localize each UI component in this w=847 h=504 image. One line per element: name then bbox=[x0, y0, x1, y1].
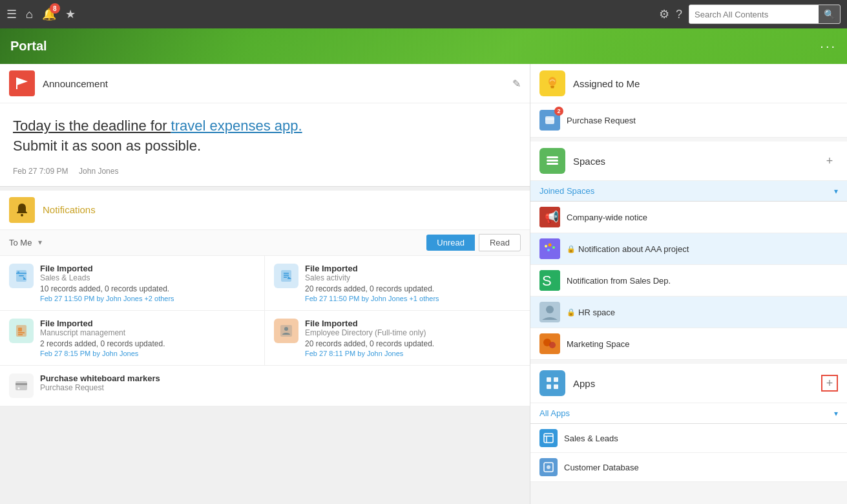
space-thumb-3 bbox=[539, 302, 560, 322]
apps-dropdown-chevron: ▾ bbox=[834, 409, 838, 418]
top-nav-right: ⚙ ? 🔍 bbox=[659, 5, 841, 24]
spaces-dropdown[interactable]: Joined Spaces ▾ bbox=[530, 181, 847, 202]
left-panel: Announcement ✎ Today is the deadline for… bbox=[0, 64, 530, 504]
app-icon-1 bbox=[539, 458, 558, 476]
svg-text:📢: 📢 bbox=[545, 210, 559, 224]
svg-point-28 bbox=[552, 246, 555, 249]
notif-title-3: File Imported bbox=[305, 319, 521, 328]
svg-point-2 bbox=[21, 214, 23, 216]
svg-rect-7 bbox=[281, 270, 291, 282]
notif-icon-2 bbox=[9, 319, 34, 343]
filter-to-me[interactable]: To Me bbox=[9, 238, 32, 247]
notifications-card: Notifications To Me ▾ Unread Read File I… bbox=[0, 191, 530, 406]
svg-rect-41 bbox=[544, 434, 553, 443]
spaces-dropdown-chevron: ▾ bbox=[834, 187, 838, 196]
portal-options[interactable]: ··· bbox=[820, 39, 837, 54]
purchase-request-row: 2 Purchase Request bbox=[530, 103, 847, 138]
assigned-to-me-header: Assigned to Me bbox=[530, 64, 847, 103]
space-item-3[interactable]: 🔒 HR space bbox=[530, 297, 847, 328]
svg-rect-18 bbox=[545, 116, 554, 124]
menu-icon[interactable]: ☰ bbox=[6, 7, 17, 21]
right-panel: Assigned to Me 2 Purchase Request Spaces bbox=[530, 64, 847, 504]
space-item-2[interactable]: S Notification from Sales Dep. bbox=[530, 265, 847, 297]
pr-label[interactable]: Purchase Request bbox=[567, 116, 636, 125]
notif-meta-3: Feb 27 8:11 PM by John Jones bbox=[305, 350, 521, 357]
apps-dropdown[interactable]: All Apps ▾ bbox=[530, 403, 847, 424]
svg-rect-12 bbox=[16, 381, 27, 390]
assigned-to-me-title: Assigned to Me bbox=[573, 78, 640, 89]
app-item-1[interactable]: Customer Database bbox=[530, 453, 847, 482]
notif-others-1: +1 others bbox=[409, 295, 439, 302]
apps-icon bbox=[539, 370, 565, 396]
svg-rect-22 bbox=[547, 163, 558, 165]
search-button[interactable]: 🔍 bbox=[819, 5, 840, 23]
lock-icon-3: 🔒 bbox=[567, 308, 576, 317]
apps-add-button[interactable]: + bbox=[821, 375, 838, 392]
notifications-filter-bar: To Me ▾ Unread Read bbox=[0, 230, 530, 256]
svg-point-15 bbox=[549, 77, 556, 86]
svg-text:S: S bbox=[542, 273, 552, 289]
svg-point-11 bbox=[284, 327, 288, 331]
svg-rect-17 bbox=[551, 87, 554, 89]
spaces-add-button[interactable]: + bbox=[821, 152, 838, 169]
notif-subtitle-2: Manuscript management bbox=[40, 328, 255, 337]
apps-header: Apps + bbox=[530, 364, 847, 403]
svg-rect-9 bbox=[18, 328, 22, 331]
notification-item-2: File Imported Manuscript management 2 re… bbox=[0, 311, 265, 366]
notif-title-1: File Imported bbox=[305, 264, 521, 273]
search-input[interactable] bbox=[689, 5, 819, 23]
apps-dropdown-label: All Apps bbox=[539, 408, 834, 418]
filter-chevron-icon: ▾ bbox=[38, 238, 42, 247]
space-item-1[interactable]: 🔒 Notification about AAA project bbox=[530, 233, 847, 265]
purchase-subtitle: Purchase Request bbox=[40, 383, 521, 392]
space-name-0: Company-wide notice bbox=[567, 213, 647, 222]
space-thumb-2: S bbox=[539, 270, 560, 291]
svg-rect-40 bbox=[554, 384, 558, 389]
announcement-link[interactable]: travel expenses app. bbox=[171, 118, 302, 134]
flag-icon bbox=[15, 76, 29, 90]
svg-rect-38 bbox=[554, 377, 558, 382]
svg-rect-25 bbox=[539, 238, 560, 259]
notif-meta-2: Feb 27 8:15 PM by John Jones bbox=[40, 350, 255, 357]
announcement-edit-button[interactable]: ✎ bbox=[512, 78, 521, 90]
notification-item-0: File Imported Sales & Leads 10 records a… bbox=[0, 256, 265, 311]
pr-badge: 2 bbox=[554, 107, 563, 116]
notification-item-3: File Imported Employee Directory (Full-t… bbox=[265, 311, 530, 366]
read-button[interactable]: Read bbox=[479, 234, 521, 251]
top-nav: ☰ ⌂ 🔔 8 ★ ⚙ ? 🔍 bbox=[0, 0, 847, 28]
purchase-content: Purchase whiteboard markers Purchase Req… bbox=[40, 373, 521, 394]
main-layout: Announcement ✎ Today is the deadline for… bbox=[0, 64, 847, 504]
notif-subtitle-3: Employee Directory (Full-time only) bbox=[305, 328, 521, 337]
help-icon[interactable]: ? bbox=[676, 8, 682, 21]
notif-icon-1 bbox=[274, 264, 298, 288]
notif-detail-0: 10 records added, 0 records updated. bbox=[40, 284, 255, 293]
apps-block: Apps + All Apps ▾ Sales & Leads Customer… bbox=[530, 364, 847, 482]
notif-detail-2: 2 records added, 0 records updated. bbox=[40, 339, 255, 348]
notification-badge: 8 bbox=[50, 3, 60, 14]
svg-rect-39 bbox=[547, 384, 551, 389]
svg-point-45 bbox=[547, 465, 550, 469]
notif-content-1: File Imported Sales activity 20 records … bbox=[305, 264, 521, 302]
space-thumb-0: 📢 bbox=[539, 207, 560, 227]
notification-bell-icon bbox=[14, 202, 30, 218]
lock-icon-1: 🔒 bbox=[567, 245, 576, 253]
notif-content-0: File Imported Sales & Leads 10 records a… bbox=[40, 264, 255, 302]
spaces-icon bbox=[539, 148, 565, 174]
home-icon[interactable]: ⌂ bbox=[26, 8, 33, 21]
svg-rect-5 bbox=[19, 275, 24, 277]
star-icon[interactable]: ★ bbox=[65, 7, 76, 21]
notif-others-0: +2 others bbox=[144, 295, 174, 302]
notif-content-3: File Imported Employee Directory (Full-t… bbox=[305, 319, 521, 357]
announcement-date: Feb 27 7:09 PM bbox=[13, 167, 68, 176]
svg-point-36 bbox=[549, 342, 556, 348]
gear-icon[interactable]: ⚙ bbox=[659, 7, 669, 21]
unread-button[interactable]: Unread bbox=[426, 235, 475, 251]
announcement-icon bbox=[9, 70, 35, 96]
svg-rect-21 bbox=[547, 160, 558, 162]
app-item-0[interactable]: Sales & Leads bbox=[530, 424, 847, 453]
space-item-0[interactable]: 📢 Company-wide notice bbox=[530, 202, 847, 233]
spaces-header: Spaces + bbox=[530, 142, 847, 181]
announcement-line1-prefix: Today is the deadline for bbox=[13, 118, 171, 134]
space-name-1: 🔒 Notification about AAA project bbox=[567, 244, 689, 254]
space-item-4[interactable]: Marketing Space bbox=[530, 328, 847, 360]
